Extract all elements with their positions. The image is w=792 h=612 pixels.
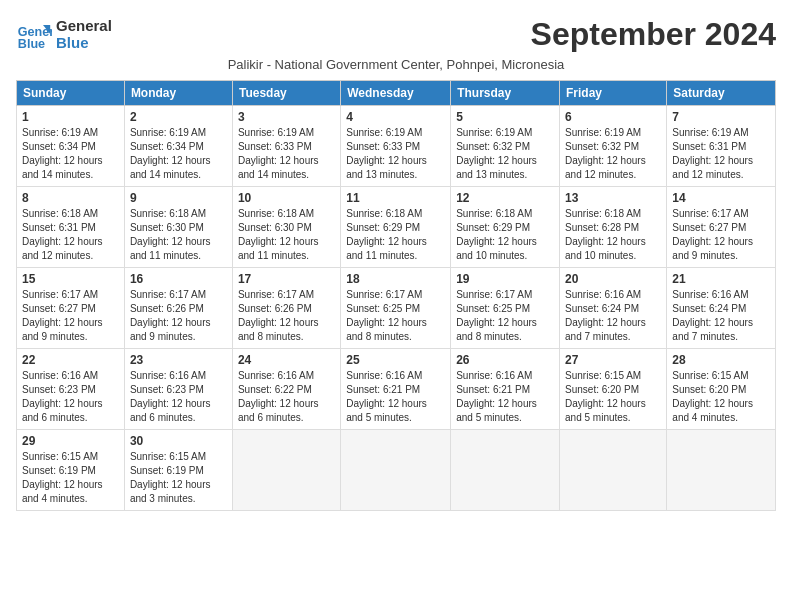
day-number: 16 bbox=[130, 272, 227, 286]
day-info: Sunrise: 6:18 AM Sunset: 6:29 PM Dayligh… bbox=[346, 207, 445, 263]
calendar-day: 21 Sunrise: 6:16 AM Sunset: 6:24 PM Dayl… bbox=[667, 268, 776, 349]
day-number: 2 bbox=[130, 110, 227, 124]
day-info: Sunrise: 6:17 AM Sunset: 6:26 PM Dayligh… bbox=[238, 288, 335, 344]
calendar-day: 27 Sunrise: 6:15 AM Sunset: 6:20 PM Dayl… bbox=[560, 349, 667, 430]
calendar-day: 25 Sunrise: 6:16 AM Sunset: 6:21 PM Dayl… bbox=[341, 349, 451, 430]
day-info: Sunrise: 6:19 AM Sunset: 6:34 PM Dayligh… bbox=[22, 126, 119, 182]
calendar-day: 4 Sunrise: 6:19 AM Sunset: 6:33 PM Dayli… bbox=[341, 106, 451, 187]
logo-line1: General bbox=[56, 17, 112, 34]
calendar-day bbox=[341, 430, 451, 511]
day-info: Sunrise: 6:16 AM Sunset: 6:21 PM Dayligh… bbox=[456, 369, 554, 425]
day-info: Sunrise: 6:15 AM Sunset: 6:20 PM Dayligh… bbox=[565, 369, 661, 425]
calendar-day: 13 Sunrise: 6:18 AM Sunset: 6:28 PM Dayl… bbox=[560, 187, 667, 268]
calendar-day: 9 Sunrise: 6:18 AM Sunset: 6:30 PM Dayli… bbox=[124, 187, 232, 268]
calendar-table: SundayMondayTuesdayWednesdayThursdayFrid… bbox=[16, 80, 776, 511]
day-info: Sunrise: 6:15 AM Sunset: 6:20 PM Dayligh… bbox=[672, 369, 770, 425]
calendar-day: 23 Sunrise: 6:16 AM Sunset: 6:23 PM Dayl… bbox=[124, 349, 232, 430]
day-number: 24 bbox=[238, 353, 335, 367]
day-info: Sunrise: 6:19 AM Sunset: 6:31 PM Dayligh… bbox=[672, 126, 770, 182]
calendar-day: 8 Sunrise: 6:18 AM Sunset: 6:31 PM Dayli… bbox=[17, 187, 125, 268]
day-info: Sunrise: 6:19 AM Sunset: 6:32 PM Dayligh… bbox=[456, 126, 554, 182]
calendar-week-1: 1 Sunrise: 6:19 AM Sunset: 6:34 PM Dayli… bbox=[17, 106, 776, 187]
day-info: Sunrise: 6:18 AM Sunset: 6:30 PM Dayligh… bbox=[238, 207, 335, 263]
day-number: 13 bbox=[565, 191, 661, 205]
day-number: 14 bbox=[672, 191, 770, 205]
day-number: 25 bbox=[346, 353, 445, 367]
calendar-day: 16 Sunrise: 6:17 AM Sunset: 6:26 PM Dayl… bbox=[124, 268, 232, 349]
logo-line2: Blue bbox=[56, 34, 112, 51]
calendar-day: 20 Sunrise: 6:16 AM Sunset: 6:24 PM Dayl… bbox=[560, 268, 667, 349]
weekday-header-friday: Friday bbox=[560, 81, 667, 106]
calendar-day: 11 Sunrise: 6:18 AM Sunset: 6:29 PM Dayl… bbox=[341, 187, 451, 268]
day-number: 15 bbox=[22, 272, 119, 286]
day-number: 11 bbox=[346, 191, 445, 205]
calendar-header-row: SundayMondayTuesdayWednesdayThursdayFrid… bbox=[17, 81, 776, 106]
day-number: 5 bbox=[456, 110, 554, 124]
day-number: 12 bbox=[456, 191, 554, 205]
day-number: 1 bbox=[22, 110, 119, 124]
day-info: Sunrise: 6:19 AM Sunset: 6:33 PM Dayligh… bbox=[346, 126, 445, 182]
weekday-header-tuesday: Tuesday bbox=[232, 81, 340, 106]
calendar-day: 2 Sunrise: 6:19 AM Sunset: 6:34 PM Dayli… bbox=[124, 106, 232, 187]
day-number: 18 bbox=[346, 272, 445, 286]
day-number: 29 bbox=[22, 434, 119, 448]
month-title: September 2024 bbox=[531, 16, 776, 53]
calendar-week-5: 29 Sunrise: 6:15 AM Sunset: 6:19 PM Dayl… bbox=[17, 430, 776, 511]
calendar-week-2: 8 Sunrise: 6:18 AM Sunset: 6:31 PM Dayli… bbox=[17, 187, 776, 268]
day-info: Sunrise: 6:18 AM Sunset: 6:30 PM Dayligh… bbox=[130, 207, 227, 263]
day-info: Sunrise: 6:18 AM Sunset: 6:29 PM Dayligh… bbox=[456, 207, 554, 263]
calendar-day: 10 Sunrise: 6:18 AM Sunset: 6:30 PM Dayl… bbox=[232, 187, 340, 268]
day-number: 22 bbox=[22, 353, 119, 367]
day-info: Sunrise: 6:18 AM Sunset: 6:31 PM Dayligh… bbox=[22, 207, 119, 263]
day-info: Sunrise: 6:16 AM Sunset: 6:23 PM Dayligh… bbox=[22, 369, 119, 425]
calendar-day: 19 Sunrise: 6:17 AM Sunset: 6:25 PM Dayl… bbox=[451, 268, 560, 349]
day-info: Sunrise: 6:17 AM Sunset: 6:25 PM Dayligh… bbox=[346, 288, 445, 344]
day-number: 7 bbox=[672, 110, 770, 124]
day-info: Sunrise: 6:16 AM Sunset: 6:23 PM Dayligh… bbox=[130, 369, 227, 425]
weekday-header-sunday: Sunday bbox=[17, 81, 125, 106]
calendar-day: 6 Sunrise: 6:19 AM Sunset: 6:32 PM Dayli… bbox=[560, 106, 667, 187]
weekday-header-wednesday: Wednesday bbox=[341, 81, 451, 106]
calendar-day bbox=[232, 430, 340, 511]
logo: General Blue General Blue bbox=[16, 16, 112, 52]
day-number: 3 bbox=[238, 110, 335, 124]
calendar-day: 1 Sunrise: 6:19 AM Sunset: 6:34 PM Dayli… bbox=[17, 106, 125, 187]
day-number: 9 bbox=[130, 191, 227, 205]
calendar-day: 24 Sunrise: 6:16 AM Sunset: 6:22 PM Dayl… bbox=[232, 349, 340, 430]
page-subtitle: Palikir - National Government Center, Po… bbox=[16, 57, 776, 72]
day-info: Sunrise: 6:19 AM Sunset: 6:34 PM Dayligh… bbox=[130, 126, 227, 182]
weekday-header-saturday: Saturday bbox=[667, 81, 776, 106]
calendar-day: 5 Sunrise: 6:19 AM Sunset: 6:32 PM Dayli… bbox=[451, 106, 560, 187]
day-info: Sunrise: 6:17 AM Sunset: 6:27 PM Dayligh… bbox=[672, 207, 770, 263]
day-number: 30 bbox=[130, 434, 227, 448]
day-number: 4 bbox=[346, 110, 445, 124]
calendar-day: 7 Sunrise: 6:19 AM Sunset: 6:31 PM Dayli… bbox=[667, 106, 776, 187]
day-number: 20 bbox=[565, 272, 661, 286]
weekday-header-monday: Monday bbox=[124, 81, 232, 106]
calendar-day: 18 Sunrise: 6:17 AM Sunset: 6:25 PM Dayl… bbox=[341, 268, 451, 349]
calendar-day: 26 Sunrise: 6:16 AM Sunset: 6:21 PM Dayl… bbox=[451, 349, 560, 430]
day-info: Sunrise: 6:16 AM Sunset: 6:22 PM Dayligh… bbox=[238, 369, 335, 425]
weekday-header-thursday: Thursday bbox=[451, 81, 560, 106]
day-number: 27 bbox=[565, 353, 661, 367]
day-number: 10 bbox=[238, 191, 335, 205]
calendar-day: 17 Sunrise: 6:17 AM Sunset: 6:26 PM Dayl… bbox=[232, 268, 340, 349]
calendar-day bbox=[667, 430, 776, 511]
day-info: Sunrise: 6:15 AM Sunset: 6:19 PM Dayligh… bbox=[130, 450, 227, 506]
day-info: Sunrise: 6:17 AM Sunset: 6:26 PM Dayligh… bbox=[130, 288, 227, 344]
logo-icon: General Blue bbox=[16, 16, 52, 52]
calendar-day bbox=[560, 430, 667, 511]
calendar-day: 12 Sunrise: 6:18 AM Sunset: 6:29 PM Dayl… bbox=[451, 187, 560, 268]
day-info: Sunrise: 6:16 AM Sunset: 6:24 PM Dayligh… bbox=[672, 288, 770, 344]
day-info: Sunrise: 6:15 AM Sunset: 6:19 PM Dayligh… bbox=[22, 450, 119, 506]
day-info: Sunrise: 6:17 AM Sunset: 6:25 PM Dayligh… bbox=[456, 288, 554, 344]
calendar-day bbox=[451, 430, 560, 511]
day-number: 28 bbox=[672, 353, 770, 367]
day-info: Sunrise: 6:17 AM Sunset: 6:27 PM Dayligh… bbox=[22, 288, 119, 344]
calendar-day: 3 Sunrise: 6:19 AM Sunset: 6:33 PM Dayli… bbox=[232, 106, 340, 187]
svg-text:Blue: Blue bbox=[18, 37, 45, 51]
day-info: Sunrise: 6:16 AM Sunset: 6:24 PM Dayligh… bbox=[565, 288, 661, 344]
day-info: Sunrise: 6:19 AM Sunset: 6:32 PM Dayligh… bbox=[565, 126, 661, 182]
calendar-day: 22 Sunrise: 6:16 AM Sunset: 6:23 PM Dayl… bbox=[17, 349, 125, 430]
day-number: 17 bbox=[238, 272, 335, 286]
